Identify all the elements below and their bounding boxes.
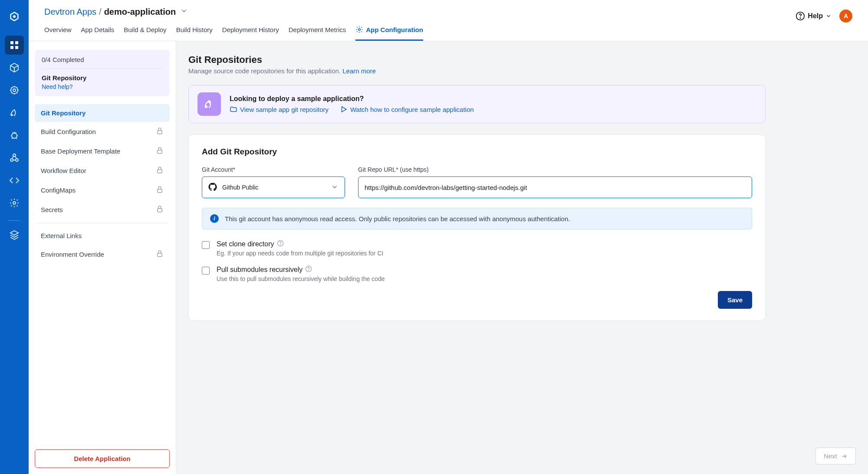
sample-repo-link[interactable]: View sample app git repository bbox=[230, 105, 329, 113]
tab-app-configuration[interactable]: App Configuration bbox=[355, 22, 423, 41]
rail-code[interactable] bbox=[5, 171, 24, 190]
submodules-title: Pull submodules recursively bbox=[217, 266, 302, 274]
tab-app-configuration-label: App Configuration bbox=[366, 26, 423, 33]
need-help-link[interactable]: Need help? bbox=[42, 83, 163, 90]
content: Git Repositories Manage source code repo… bbox=[176, 41, 868, 474]
save-button[interactable]: Save bbox=[718, 291, 752, 309]
svg-rect-19 bbox=[158, 209, 162, 212]
info-icon: i bbox=[210, 214, 219, 223]
rail-apps[interactable] bbox=[5, 36, 24, 55]
svg-point-0 bbox=[13, 15, 16, 18]
nav-environment-override[interactable]: Environment Override bbox=[35, 245, 170, 264]
nav-label: ConfigMaps bbox=[41, 186, 76, 194]
svg-rect-16 bbox=[158, 150, 162, 154]
account-label: Git Account* bbox=[202, 166, 345, 173]
nav-label: Build Configuration bbox=[41, 128, 96, 135]
svg-point-9 bbox=[10, 159, 13, 161]
rocket-icon bbox=[197, 92, 221, 116]
svg-point-12 bbox=[358, 29, 361, 31]
rail-settings[interactable] bbox=[5, 193, 24, 212]
form-card: Add Git Repository Git Account* Git bbox=[188, 134, 766, 320]
nav-git-repository[interactable]: Git Repository bbox=[35, 104, 170, 122]
breadcrumb-current: demo-application bbox=[104, 7, 176, 17]
svg-rect-3 bbox=[10, 46, 13, 49]
svg-point-14 bbox=[800, 18, 801, 18]
chevron-down-icon bbox=[331, 183, 339, 192]
sample-banner: Looking to deploy a sample application? … bbox=[188, 85, 766, 123]
play-icon bbox=[340, 105, 348, 113]
git-account-select[interactable]: Github Public bbox=[202, 177, 345, 198]
url-label: Git Repo URL* (use https) bbox=[358, 166, 752, 173]
breadcrumb-root[interactable]: Devtron Apps bbox=[44, 7, 96, 17]
page-subtitle-text: Manage source code repositories for this… bbox=[188, 67, 342, 75]
nav-secrets[interactable]: Secrets bbox=[35, 200, 170, 219]
submodules-checkbox[interactable] bbox=[202, 267, 210, 275]
avatar[interactable]: A bbox=[839, 10, 852, 23]
rail-cube[interactable] bbox=[5, 58, 24, 77]
sample-repo-label: View sample app git repository bbox=[240, 106, 329, 113]
nav-label: Environment Override bbox=[41, 251, 104, 258]
svg-point-11 bbox=[13, 202, 16, 204]
config-sidebar: 0/4 Completed Git Repository Need help? … bbox=[29, 41, 176, 474]
sample-video-link[interactable]: Watch how to configure sample applicatio… bbox=[340, 105, 474, 113]
page-subtitle: Manage source code repositories for this… bbox=[188, 67, 766, 75]
clone-dir-title: Set clone directory bbox=[217, 240, 274, 248]
rail-helm[interactable] bbox=[5, 81, 24, 100]
rail-cluster[interactable] bbox=[5, 148, 24, 167]
chevron-down-icon[interactable] bbox=[180, 7, 188, 17]
svg-rect-4 bbox=[15, 46, 18, 49]
svg-point-7 bbox=[12, 133, 17, 138]
svg-rect-2 bbox=[15, 41, 18, 44]
lock-icon bbox=[156, 127, 164, 136]
tab-deployment-history[interactable]: Deployment History bbox=[222, 22, 279, 41]
svg-point-21 bbox=[209, 101, 210, 103]
tab-build-history[interactable]: Build History bbox=[176, 22, 213, 41]
config-nav: Git Repository Build Configuration Base … bbox=[35, 104, 170, 264]
rail-bug[interactable] bbox=[5, 126, 24, 145]
tab-app-details[interactable]: App Details bbox=[81, 22, 115, 41]
breadcrumb: Devtron Apps / demo-application bbox=[44, 7, 423, 17]
tab-build-deploy[interactable]: Build & Deploy bbox=[124, 22, 166, 41]
lock-icon bbox=[156, 205, 164, 214]
nav-build-configuration[interactable]: Build Configuration bbox=[35, 122, 170, 141]
help-label: Help bbox=[808, 12, 823, 20]
next-button: Next bbox=[815, 448, 856, 464]
svg-point-10 bbox=[16, 159, 18, 161]
nav-configmaps[interactable]: ConfigMaps bbox=[35, 180, 170, 200]
help-button[interactable]: Help bbox=[796, 11, 832, 21]
help-icon[interactable] bbox=[277, 240, 284, 248]
topbar: Devtron Apps / demo-application Overview… bbox=[29, 0, 868, 41]
git-url-input[interactable] bbox=[365, 184, 746, 191]
rail-divider bbox=[8, 220, 20, 221]
github-icon bbox=[208, 183, 217, 193]
svg-rect-1 bbox=[10, 41, 13, 44]
arrow-right-icon bbox=[841, 453, 848, 460]
rail-rocket[interactable] bbox=[5, 103, 24, 122]
rail-layers[interactable] bbox=[5, 225, 24, 244]
progress-card: 0/4 Completed Git Repository Need help? bbox=[35, 50, 170, 96]
nav-rail bbox=[0, 0, 29, 474]
tab-deployment-metrics[interactable]: Deployment Metrics bbox=[289, 22, 346, 41]
nav-label: Base Deployment Template bbox=[41, 147, 120, 155]
form-heading: Add Git Repository bbox=[202, 147, 752, 157]
svg-rect-20 bbox=[158, 253, 162, 257]
option-clone-dir: Set clone directory Eg. If your app need… bbox=[202, 240, 752, 257]
nav-label: External Links bbox=[41, 232, 82, 239]
learn-more-link[interactable]: Learn more bbox=[342, 67, 376, 75]
nav-base-deployment-template[interactable]: Base Deployment Template bbox=[35, 141, 170, 161]
page-title: Git Repositories bbox=[188, 54, 766, 65]
folder-icon bbox=[230, 105, 237, 113]
tab-overview[interactable]: Overview bbox=[44, 22, 72, 41]
help-icon[interactable] bbox=[305, 265, 312, 274]
nav-divider bbox=[36, 223, 168, 223]
sample-video-label: Watch how to configure sample applicatio… bbox=[350, 106, 474, 113]
nav-label: Workflow Editor bbox=[41, 167, 86, 174]
sample-title: Looking to deploy a sample application? bbox=[230, 95, 474, 103]
clone-dir-checkbox[interactable] bbox=[202, 241, 210, 249]
info-banner: i This git account has anonymous read ac… bbox=[202, 208, 752, 229]
nav-external-links[interactable]: External Links bbox=[35, 227, 170, 245]
nav-label: Secrets bbox=[41, 206, 63, 213]
nav-workflow-editor[interactable]: Workflow Editor bbox=[35, 161, 170, 180]
svg-rect-17 bbox=[158, 170, 162, 173]
delete-application-button[interactable]: Delete Application bbox=[35, 449, 170, 468]
